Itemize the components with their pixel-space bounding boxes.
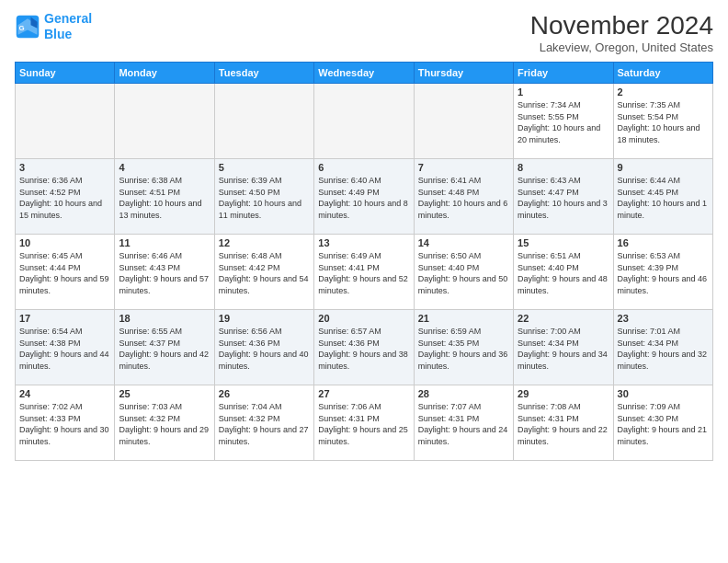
day-info: Sunrise: 6:41 AM Sunset: 4:48 PM Dayligh… — [418, 175, 509, 221]
col-friday: Friday — [514, 63, 613, 84]
calendar-cell-w2-d1: 3Sunrise: 6:36 AM Sunset: 4:52 PM Daylig… — [16, 159, 115, 235]
col-thursday: Thursday — [414, 63, 513, 84]
svg-text:G: G — [18, 23, 24, 31]
day-info: Sunrise: 6:44 AM Sunset: 4:45 PM Dayligh… — [618, 175, 709, 221]
calendar-cell-w4-d2: 18Sunrise: 6:55 AM Sunset: 4:37 PM Dayli… — [115, 310, 214, 385]
day-info: Sunrise: 6:54 AM Sunset: 4:38 PM Dayligh… — [19, 326, 110, 372]
logo-text: General Blue — [44, 11, 92, 42]
day-number: 14 — [418, 237, 509, 248]
calendar-header-row: Sunday Monday Tuesday Wednesday Thursday… — [16, 63, 713, 84]
day-number: 10 — [19, 237, 110, 248]
calendar-cell-w1-d4 — [314, 84, 414, 159]
calendar-cell-w2-d6: 8Sunrise: 6:43 AM Sunset: 4:47 PM Daylig… — [514, 159, 613, 235]
day-info: Sunrise: 6:55 AM Sunset: 4:37 PM Dayligh… — [119, 326, 210, 372]
day-info: Sunrise: 6:38 AM Sunset: 4:51 PM Dayligh… — [119, 175, 210, 221]
day-number: 8 — [518, 162, 609, 173]
calendar-cell-w4-d1: 17Sunrise: 6:54 AM Sunset: 4:38 PM Dayli… — [16, 310, 115, 385]
calendar-cell-w2-d2: 4Sunrise: 6:38 AM Sunset: 4:51 PM Daylig… — [115, 159, 214, 235]
calendar-cell-w3-d6: 15Sunrise: 6:51 AM Sunset: 4:40 PM Dayli… — [514, 235, 613, 310]
logo-icon: G — [15, 14, 40, 40]
calendar-week-1: 1Sunrise: 7:34 AM Sunset: 5:55 PM Daylig… — [16, 84, 713, 159]
calendar-cell-w5-d1: 24Sunrise: 7:02 AM Sunset: 4:33 PM Dayli… — [16, 385, 115, 461]
day-number: 23 — [618, 313, 709, 324]
header: G General Blue November 2024 Lakeview, O… — [15, 11, 713, 54]
day-info: Sunrise: 7:35 AM Sunset: 5:54 PM Dayligh… — [618, 99, 709, 145]
col-tuesday: Tuesday — [214, 63, 313, 84]
day-number: 25 — [119, 388, 210, 399]
calendar-cell-w4-d5: 21Sunrise: 6:59 AM Sunset: 4:35 PM Dayli… — [414, 310, 513, 385]
month-title: November 2024 — [530, 11, 713, 40]
day-info: Sunrise: 7:02 AM Sunset: 4:33 PM Dayligh… — [19, 401, 110, 447]
calendar-cell-w1-d7: 2Sunrise: 7:35 AM Sunset: 5:54 PM Daylig… — [613, 84, 712, 159]
calendar-week-5: 24Sunrise: 7:02 AM Sunset: 4:33 PM Dayli… — [16, 385, 713, 461]
calendar-cell-w1-d6: 1Sunrise: 7:34 AM Sunset: 5:55 PM Daylig… — [514, 84, 613, 159]
day-info: Sunrise: 6:51 AM Sunset: 4:40 PM Dayligh… — [518, 250, 609, 296]
day-number: 18 — [119, 313, 210, 324]
calendar-cell-w4-d7: 23Sunrise: 7:01 AM Sunset: 4:34 PM Dayli… — [613, 310, 712, 385]
day-info: Sunrise: 6:49 AM Sunset: 4:41 PM Dayligh… — [318, 250, 409, 296]
day-number: 15 — [518, 237, 609, 248]
day-info: Sunrise: 7:34 AM Sunset: 5:55 PM Dayligh… — [518, 99, 609, 145]
calendar: Sunday Monday Tuesday Wednesday Thursday… — [15, 62, 713, 461]
day-info: Sunrise: 6:46 AM Sunset: 4:43 PM Dayligh… — [119, 250, 210, 296]
day-number: 17 — [19, 313, 110, 324]
day-info: Sunrise: 6:56 AM Sunset: 4:36 PM Dayligh… — [219, 326, 310, 372]
calendar-cell-w1-d5 — [414, 84, 513, 159]
col-sunday: Sunday — [16, 63, 115, 84]
day-info: Sunrise: 7:08 AM Sunset: 4:31 PM Dayligh… — [518, 401, 609, 447]
calendar-cell-w2-d7: 9Sunrise: 6:44 AM Sunset: 4:45 PM Daylig… — [613, 159, 712, 235]
logo-line1: General — [44, 11, 92, 26]
day-number: 19 — [219, 313, 310, 324]
day-info: Sunrise: 7:03 AM Sunset: 4:32 PM Dayligh… — [119, 401, 210, 447]
day-number: 30 — [618, 388, 709, 399]
calendar-cell-w3-d2: 11Sunrise: 6:46 AM Sunset: 4:43 PM Dayli… — [115, 235, 214, 310]
day-number: 20 — [318, 313, 409, 324]
calendar-cell-w5-d7: 30Sunrise: 7:09 AM Sunset: 4:30 PM Dayli… — [613, 385, 712, 461]
day-info: Sunrise: 6:57 AM Sunset: 4:36 PM Dayligh… — [318, 326, 409, 372]
day-number: 26 — [219, 388, 310, 399]
day-info: Sunrise: 6:48 AM Sunset: 4:42 PM Dayligh… — [219, 250, 310, 296]
day-info: Sunrise: 7:06 AM Sunset: 4:31 PM Dayligh… — [318, 401, 409, 447]
day-number: 21 — [418, 313, 509, 324]
title-area: November 2024 Lakeview, Oregon, United S… — [530, 11, 713, 54]
calendar-cell-w5-d4: 27Sunrise: 7:06 AM Sunset: 4:31 PM Dayli… — [314, 385, 414, 461]
day-info: Sunrise: 7:04 AM Sunset: 4:32 PM Dayligh… — [219, 401, 310, 447]
day-number: 2 — [618, 86, 709, 98]
day-info: Sunrise: 6:43 AM Sunset: 4:47 PM Dayligh… — [518, 175, 609, 221]
calendar-cell-w1-d3 — [214, 84, 313, 159]
day-number: 12 — [219, 237, 310, 248]
calendar-cell-w5-d3: 26Sunrise: 7:04 AM Sunset: 4:32 PM Dayli… — [214, 385, 313, 461]
calendar-cell-w1-d1 — [16, 84, 115, 159]
day-number: 4 — [119, 162, 210, 173]
day-info: Sunrise: 6:50 AM Sunset: 4:40 PM Dayligh… — [418, 250, 509, 296]
day-number: 29 — [518, 388, 609, 399]
day-info: Sunrise: 7:01 AM Sunset: 4:34 PM Dayligh… — [618, 326, 709, 372]
calendar-cell-w2-d3: 5Sunrise: 6:39 AM Sunset: 4:50 PM Daylig… — [214, 159, 313, 235]
calendar-cell-w3-d7: 16Sunrise: 6:53 AM Sunset: 4:39 PM Dayli… — [613, 235, 712, 310]
calendar-week-2: 3Sunrise: 6:36 AM Sunset: 4:52 PM Daylig… — [16, 159, 713, 235]
day-number: 1 — [518, 86, 609, 98]
day-number: 28 — [418, 388, 509, 399]
day-number: 24 — [19, 388, 110, 399]
day-number: 7 — [418, 162, 509, 173]
calendar-cell-w4-d4: 20Sunrise: 6:57 AM Sunset: 4:36 PM Dayli… — [314, 310, 414, 385]
day-number: 16 — [618, 237, 709, 248]
day-info: Sunrise: 7:07 AM Sunset: 4:31 PM Dayligh… — [418, 401, 509, 447]
day-info: Sunrise: 6:45 AM Sunset: 4:44 PM Dayligh… — [19, 250, 110, 296]
day-info: Sunrise: 6:40 AM Sunset: 4:49 PM Dayligh… — [318, 175, 409, 221]
calendar-cell-w1-d2 — [115, 84, 214, 159]
calendar-cell-w3-d1: 10Sunrise: 6:45 AM Sunset: 4:44 PM Dayli… — [16, 235, 115, 310]
calendar-cell-w3-d3: 12Sunrise: 6:48 AM Sunset: 4:42 PM Dayli… — [214, 235, 313, 310]
calendar-cell-w2-d4: 6Sunrise: 6:40 AM Sunset: 4:49 PM Daylig… — [314, 159, 414, 235]
calendar-cell-w3-d5: 14Sunrise: 6:50 AM Sunset: 4:40 PM Dayli… — [414, 235, 513, 310]
calendar-cell-w3-d4: 13Sunrise: 6:49 AM Sunset: 4:41 PM Dayli… — [314, 235, 414, 310]
day-number: 11 — [119, 237, 210, 248]
location: Lakeview, Oregon, United States — [530, 40, 713, 54]
calendar-cell-w5-d5: 28Sunrise: 7:07 AM Sunset: 4:31 PM Dayli… — [414, 385, 513, 461]
calendar-week-4: 17Sunrise: 6:54 AM Sunset: 4:38 PM Dayli… — [16, 310, 713, 385]
day-number: 3 — [19, 162, 110, 173]
col-monday: Monday — [115, 63, 214, 84]
day-number: 13 — [318, 237, 409, 248]
day-number: 5 — [219, 162, 310, 173]
day-info: Sunrise: 6:36 AM Sunset: 4:52 PM Dayligh… — [19, 175, 110, 221]
